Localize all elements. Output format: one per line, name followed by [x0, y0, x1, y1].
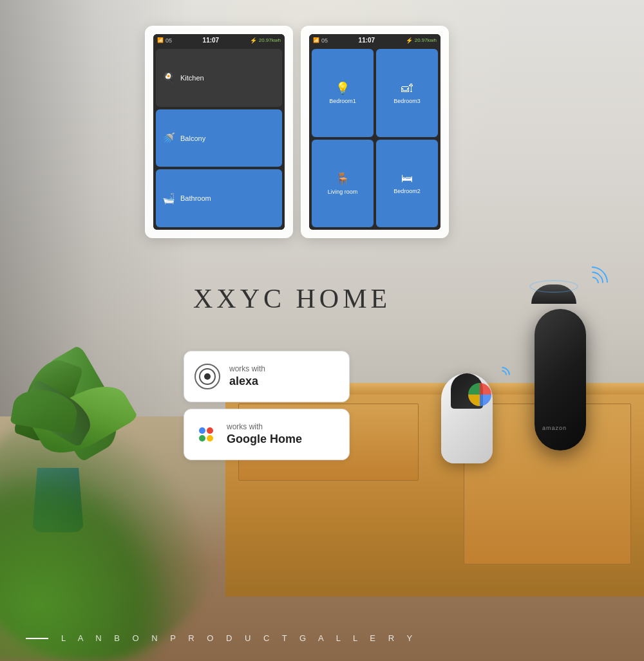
- wifi-icon-right: 📶: [313, 37, 319, 43]
- alexa-badge: works with alexa: [184, 351, 350, 402]
- echo-body: amazon: [535, 309, 586, 451]
- bathroom-label: Bathroom: [180, 194, 211, 202]
- energy-right: 20.97kwh: [415, 37, 437, 43]
- svg-point-5: [207, 435, 213, 442]
- screen-time-left: 11:07: [203, 37, 220, 44]
- alexa-works-with: works with: [229, 364, 265, 375]
- wifi-icon: 📶: [157, 37, 164, 43]
- bedroom1-label: Bedroom1: [329, 98, 356, 104]
- kitchen-label: Kitchen: [180, 74, 204, 82]
- balcony-button[interactable]: 🚿 Balcony: [156, 109, 282, 167]
- lightning-icon-right: ⚡: [406, 37, 413, 44]
- bedroom1-button[interactable]: 💡 Bedroom1: [312, 49, 374, 137]
- screen-body-left: 🍳 Kitchen 🚿 Balcony 🛁 Bathroom: [153, 46, 285, 230]
- svg-point-3: [207, 427, 213, 434]
- bedroom3-button[interactable]: 🛋 Bedroom3: [376, 49, 438, 137]
- bedroom2-label: Bedroom2: [393, 188, 421, 194]
- footer-brand-text: L A N B O N P R O D U C T G A L L E R Y: [61, 633, 417, 643]
- alexa-icon: [194, 364, 220, 389]
- panel-right: 📶 05 11:07 ⚡ 20.97kwh 💡 Bedroom1 🛋 Bedro…: [301, 26, 449, 238]
- compat-badges: works with alexa works with Google Home: [184, 351, 350, 460]
- panel-container: 📶 05 11:07 ⚡ 20.97kwh 🍳 Kitchen 🚿 Balcon…: [145, 26, 449, 238]
- screen-status-right: 📶 05: [313, 37, 328, 44]
- living-room-label: Living room: [328, 189, 358, 195]
- kitchen-icon: 🍳: [162, 71, 175, 84]
- bedroom3-icon: 🛋: [401, 82, 413, 95]
- google-home-light: [468, 383, 491, 406]
- google-home-body: [441, 373, 493, 463]
- footer-line: [26, 638, 48, 639]
- screen-right: 📶 05 11:07 ⚡ 20.97kwh 💡 Bedroom1 🛋 Bedro…: [309, 34, 440, 230]
- google-home-top: [451, 373, 483, 409]
- brand-title: XXYC HOME: [193, 283, 391, 314]
- screen-header-left: 📶 05 11:07 ⚡ 20.97kwh: [153, 34, 285, 46]
- amazon-logo-text: amazon: [542, 425, 567, 431]
- svg-point-2: [199, 427, 205, 434]
- alexa-text: works with alexa: [229, 364, 265, 389]
- google-works-with: works with: [227, 422, 302, 433]
- svg-point-4: [199, 435, 205, 442]
- screen-header-right: 📶 05 11:07 ⚡ 20.97kwh: [309, 34, 440, 46]
- bedroom1-icon: 💡: [336, 81, 350, 95]
- alexa-logo: [198, 368, 216, 386]
- echo-speaker: amazon: [528, 290, 592, 451]
- energy-left: 20.97kwh: [259, 37, 281, 43]
- screen-status-left: 📶 05: [157, 37, 172, 44]
- screen-grid-right: 💡 Bedroom1 🛋 Bedroom3 🪑 Living room 🛏 Be…: [309, 46, 440, 230]
- echo-ring: [529, 280, 578, 293]
- screen-time-right: 11:07: [359, 37, 375, 44]
- lightning-icon: ⚡: [250, 37, 257, 44]
- signal-strength-right: 05: [321, 37, 328, 44]
- leaf-foreground-2: [0, 468, 174, 661]
- svg-point-1: [204, 373, 211, 380]
- google-home-brand: Google Home: [227, 432, 302, 447]
- signal-strength-left: 05: [166, 37, 172, 44]
- bathroom-button[interactable]: 🛁 Bathroom: [156, 169, 282, 227]
- kitchen-button[interactable]: 🍳 Kitchen: [156, 49, 282, 107]
- google-icon: [194, 423, 218, 446]
- bedroom2-icon: 🛏: [401, 172, 413, 185]
- balcony-label: Balcony: [180, 135, 205, 142]
- screen-battery-left: ⚡ 20.97kwh: [250, 37, 281, 44]
- balcony-icon: 🚿: [162, 132, 175, 144]
- footer: L A N B O N P R O D U C T G A L L E R Y: [0, 633, 644, 643]
- google-home-text: works with Google Home: [227, 422, 302, 447]
- bathroom-icon: 🛁: [162, 192, 175, 205]
- bedroom3-label: Bedroom3: [393, 98, 421, 104]
- google-home-speaker: [438, 354, 496, 463]
- living-room-button[interactable]: 🪑 Living room: [312, 140, 374, 228]
- panel-left: 📶 05 11:07 ⚡ 20.97kwh 🍳 Kitchen 🚿 Balcon…: [145, 26, 293, 238]
- google-logo: [194, 423, 218, 446]
- google-home-badge: works with Google Home: [184, 409, 350, 460]
- alexa-brand: alexa: [229, 374, 265, 389]
- living-room-icon: 🪑: [336, 172, 350, 186]
- screen-battery-right: ⚡ 20.97kwh: [406, 37, 437, 44]
- screen-left: 📶 05 11:07 ⚡ 20.97kwh 🍳 Kitchen 🚿 Balcon…: [153, 34, 285, 230]
- bedroom2-button[interactable]: 🛏 Bedroom2: [376, 140, 438, 228]
